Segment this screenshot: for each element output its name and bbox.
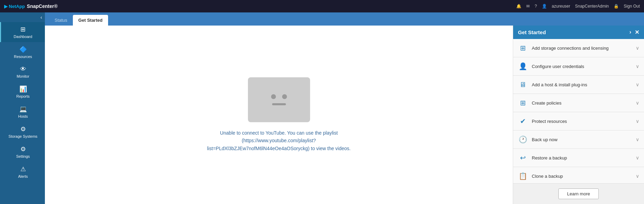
sidebar-item-monitor[interactable]: 👁 Monitor — [0, 62, 45, 82]
sidebar-item-storage[interactable]: ⚙ Storage Systems — [0, 122, 45, 142]
panel-footer: Learn more — [513, 183, 644, 204]
signout-button[interactable]: Sign Out — [624, 4, 640, 9]
user-credentials-label: Configure user credentials — [532, 64, 584, 69]
clone-backup-icon: 📋 — [518, 171, 528, 181]
lock-icon: 🔒 — [614, 4, 619, 9]
notification-icon[interactable]: 🔔 — [516, 4, 521, 9]
top-bar-actions: 🔔 ✉ ? 👤 azureuser SnapCenterAdmin 🔒 Sign… — [516, 4, 640, 9]
create-policies-label: Create policies — [532, 100, 561, 106]
panel-item-user-credentials[interactable]: 👤 Configure user credentials ∨ — [513, 57, 644, 76]
monitor-icon: 👁 — [20, 66, 26, 73]
clone-backup-label: Clone a backup — [532, 174, 563, 179]
backup-now-icon: 🕐 — [518, 135, 528, 144]
settings-icon: ⚙ — [20, 145, 26, 153]
panel-item-left: ↩ Restore a backup — [518, 153, 567, 163]
panel-item-left: ⊞ Create policies — [518, 98, 561, 108]
storage-connections-label: Add storage connections and licensing — [532, 46, 609, 51]
app-branding: ▶ NetApp SnapCenter® — [4, 3, 58, 9]
chevron-down-icon: ∨ — [636, 45, 639, 51]
sidebar-item-label: Resources — [14, 55, 32, 59]
sidebar-collapse-button[interactable]: ‹ — [40, 14, 42, 20]
add-host-label: Add a host & install plug-ins — [532, 82, 587, 87]
add-host-icon: 🖥 — [518, 80, 528, 89]
sidebar-item-resources[interactable]: 🔷 Resources — [0, 42, 45, 62]
youtube-error-line3: list=PLdXl3bZJEw7nofM6lN44eOe4aOSoryckg)… — [207, 146, 351, 151]
video-eyes — [271, 94, 287, 99]
protect-resources-label: Protect resources — [532, 119, 567, 124]
restore-backup-icon: ↩ — [518, 153, 528, 163]
panel-item-restore-backup[interactable]: ↩ Restore a backup ∨ — [513, 149, 644, 167]
chevron-down-icon: ∨ — [636, 64, 639, 69]
sidebar-item-label: Hosts — [18, 114, 28, 118]
app-title: SnapCenter® — [27, 3, 58, 9]
sidebar-item-label: Alerts — [18, 174, 28, 178]
chevron-down-icon: ∨ — [636, 137, 639, 142]
dashboard-icon: ⊞ — [20, 26, 26, 33]
sidebar: ‹ ⊞ Dashboard 🔷 Resources 👁 Monitor 📊 Re… — [0, 12, 45, 204]
panel-item-backup-now[interactable]: 🕐 Back up now ∨ — [513, 130, 644, 149]
reports-icon: 📊 — [19, 85, 27, 93]
chevron-down-icon: ∨ — [636, 118, 639, 124]
tab-get-started[interactable]: Get Started — [73, 15, 108, 26]
username-label[interactable]: azureuser — [552, 4, 570, 9]
top-bar-icons: 🔔 ✉ ? 👤 azureuser SnapCenterAdmin 🔒 Sign… — [516, 4, 640, 9]
video-placeholder-box — [248, 77, 310, 122]
panel-item-left: 🖥 Add a host & install plug-ins — [518, 80, 587, 89]
panel-item-add-host[interactable]: 🖥 Add a host & install plug-ins ∨ — [513, 76, 644, 94]
panel-item-left: 🕐 Back up now — [518, 135, 557, 144]
panel-title: Get Started — [518, 29, 546, 35]
mail-icon[interactable]: ✉ — [526, 4, 530, 9]
storage-connections-icon: ⊞ — [518, 43, 528, 53]
resources-icon: 🔷 — [19, 46, 27, 53]
chevron-down-icon: ∨ — [636, 173, 639, 179]
sidebar-item-dashboard[interactable]: ⊞ Dashboard — [0, 22, 45, 42]
sidebar-item-label: Reports — [16, 94, 30, 98]
user-credentials-icon: 👤 — [518, 61, 528, 71]
panel-item-storage-connections[interactable]: ⊞ Add storage connections and licensing … — [513, 39, 644, 57]
sidebar-item-hosts[interactable]: 💻 Hosts — [0, 102, 45, 122]
panel-item-left: ✔ Protect resources — [518, 116, 567, 126]
panel-item-left: 📋 Clone a backup — [518, 171, 563, 181]
panel-item-create-policies[interactable]: ⊞ Create policies ∨ — [513, 94, 644, 112]
panel-expand-button[interactable]: › — [629, 29, 631, 36]
panel-close-button[interactable]: ✕ — [635, 29, 639, 36]
sidebar-item-label: Dashboard — [14, 35, 32, 39]
youtube-error-message: Unable to connect to YouTube. You can us… — [207, 129, 351, 152]
storage-icon: ⚙ — [20, 125, 26, 133]
restore-backup-label: Restore a backup — [532, 155, 567, 161]
alerts-icon: ⚠ — [20, 165, 26, 173]
youtube-error-line2: (https://www.youtube.com/playlist? — [242, 138, 316, 143]
help-icon[interactable]: ? — [535, 4, 537, 9]
sidebar-item-reports[interactable]: 📊 Reports — [0, 82, 45, 102]
chevron-down-icon: ∨ — [636, 100, 639, 106]
panel-header: Get Started › ✕ — [513, 26, 644, 39]
sidebar-item-label: Storage Systems — [9, 134, 38, 138]
panel-item-protect-resources[interactable]: ✔ Protect resources ∨ — [513, 112, 644, 130]
sidebar-item-alerts[interactable]: ⚠ Alerts — [0, 162, 45, 182]
main-layout: ‹ ⊞ Dashboard 🔷 Resources 👁 Monitor 📊 Re… — [0, 12, 644, 204]
sidebar-item-label: Settings — [16, 154, 30, 158]
panel-header-controls: › ✕ — [629, 29, 639, 36]
user-icon: 👤 — [542, 4, 547, 9]
top-bar: ▶ NetApp SnapCenter® 🔔 ✉ ? 👤 azureuser S… — [0, 0, 644, 12]
content-area: Unable to connect to YouTube. You can us… — [45, 26, 513, 204]
sidebar-item-settings[interactable]: ⚙ Settings — [0, 142, 45, 162]
get-started-panel: Get Started › ✕ ⊞ Add storage connection… — [513, 26, 644, 204]
chevron-down-icon: ∨ — [636, 155, 639, 161]
learn-more-button[interactable]: Learn more — [558, 188, 598, 199]
sidebar-collapse: ‹ — [0, 12, 45, 22]
chevron-down-icon: ∨ — [636, 82, 639, 87]
admin-label[interactable]: SnapCenterAdmin — [575, 4, 609, 9]
sidebar-item-label: Monitor — [17, 74, 29, 78]
video-mouth — [272, 103, 286, 105]
video-eye-right — [282, 94, 287, 99]
youtube-error-line1: Unable to connect to YouTube. You can us… — [220, 130, 338, 136]
protect-resources-icon: ✔ — [518, 116, 528, 126]
backup-now-label: Back up now — [532, 137, 557, 142]
tab-status[interactable]: Status — [49, 15, 73, 26]
panel-item-clone-backup[interactable]: 📋 Clone a backup ∨ — [513, 167, 644, 183]
youtube-placeholder: Unable to connect to YouTube. You can us… — [207, 77, 351, 152]
panel-item-left: 👤 Configure user credentials — [518, 61, 584, 71]
panel-item-left: ⊞ Add storage connections and licensing — [518, 43, 609, 53]
hosts-icon: 💻 — [19, 105, 27, 113]
